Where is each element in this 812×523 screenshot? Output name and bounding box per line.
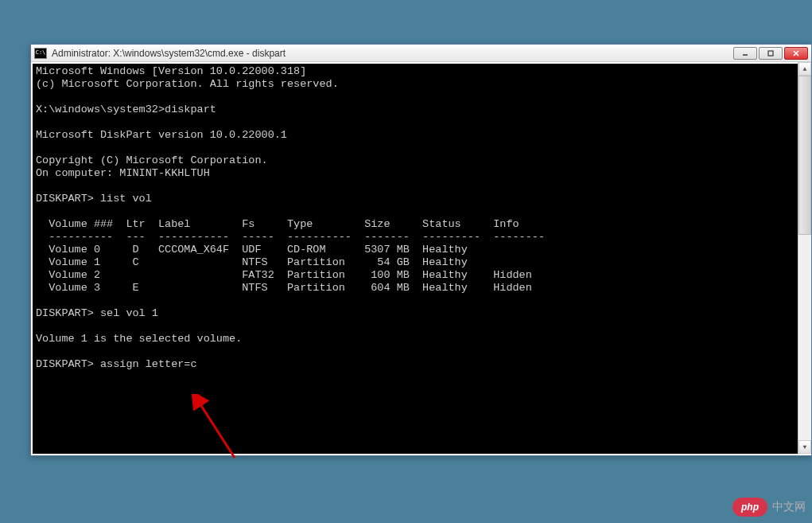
table-row: Volume 1 C NTFS Partition 54 GB Healthy <box>36 256 468 268</box>
table-header: Volume ### Ltr Label Fs Type Size Status… <box>36 218 519 230</box>
vertical-scrollbar[interactable]: ▲ ▼ <box>798 62 811 454</box>
scroll-down-button[interactable]: ▼ <box>798 440 811 454</box>
console-line: Volume 1 is the selected volume. <box>36 333 242 345</box>
cmd-window: C:\ Administrator: X:\windows\system32\c… <box>30 44 812 456</box>
cmd-icon: C:\ <box>34 48 47 59</box>
console-line: Microsoft DiskPart version 10.0.22000.1 <box>36 129 287 141</box>
console-line: Copyright (C) Microsoft Corporation. <box>36 154 268 166</box>
console-prompt: X:\windows\system32>diskpart <box>36 103 216 115</box>
scroll-thumb[interactable] <box>798 76 811 235</box>
close-button[interactable] <box>784 47 808 60</box>
console-line: (c) Microsoft Corporation. All rights re… <box>36 78 339 90</box>
table-row: Volume 3 E NTFS Partition 604 MB Healthy… <box>36 282 532 294</box>
minimize-button[interactable] <box>733 47 757 60</box>
table-row: Volume 0 D CCCOMA_X64F UDF CD-ROM 5307 M… <box>36 244 468 256</box>
console-output[interactable]: Microsoft Windows [Version 10.0.22000.31… <box>33 64 810 454</box>
console-prompt: DISKPART> assign letter=c <box>36 358 197 370</box>
console-prompt: DISKPART> list vol <box>36 193 152 205</box>
titlebar[interactable]: C:\ Administrator: X:\windows\system32\c… <box>31 45 811 62</box>
console-line: On computer: MININT-KKHLTUH <box>36 167 210 179</box>
table-divider: ---------- --- ----------- ----- -------… <box>36 231 545 243</box>
watermark-logo: php <box>732 498 767 517</box>
console-prompt: DISKPART> sel vol 1 <box>36 307 158 319</box>
window-title: Administrator: X:\windows\system32\cmd.e… <box>52 48 733 59</box>
table-row: Volume 2 FAT32 Partition 100 MB Healthy … <box>36 269 532 281</box>
maximize-button[interactable] <box>759 47 783 60</box>
watermark: php 中文网 <box>732 498 806 517</box>
scroll-up-button[interactable]: ▲ <box>798 62 811 76</box>
window-controls <box>733 47 808 60</box>
svg-rect-1 <box>768 51 773 56</box>
watermark-text: 中文网 <box>772 500 806 514</box>
console-line: Microsoft Windows [Version 10.0.22000.31… <box>36 65 306 77</box>
